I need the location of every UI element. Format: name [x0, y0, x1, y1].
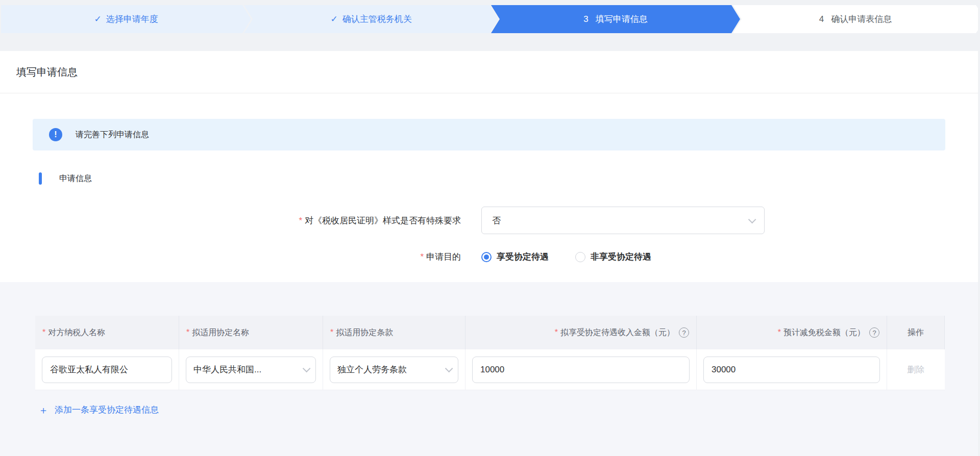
- check-icon: ✓: [330, 14, 337, 24]
- chevron-down-icon: [445, 365, 453, 373]
- help-icon[interactable]: ?: [869, 327, 879, 338]
- col-header-label: 拟适用协定名称: [192, 327, 249, 338]
- col-header-treaty-name: * 拟适用协定名称: [179, 316, 323, 349]
- step-label: 确认申请表信息: [831, 13, 892, 25]
- step-label: 确认主管税务机关: [342, 13, 412, 25]
- wizard-stepper: ✓ 选择申请年度 ✓ 确认主管税务机关 3 填写申请信息 4 确认申请表信息: [0, 0, 980, 33]
- required-asterisk: *: [420, 252, 424, 262]
- section-header: 申请信息: [39, 172, 978, 185]
- step-confirm-tax-authority[interactable]: ✓ 确认主管税务机关: [244, 5, 498, 33]
- required-asterisk: *: [330, 328, 333, 337]
- style-requirement-label-text: 对《税收居民证明》样式是否有特殊要求: [305, 216, 461, 225]
- radio-label: 享受协定待遇: [497, 251, 549, 263]
- required-asterisk: *: [186, 328, 189, 337]
- tax-reduction-input[interactable]: [703, 357, 880, 383]
- page-title: 填写申请信息: [0, 51, 978, 93]
- treaty-name-value: 中华人民共和国...: [193, 364, 261, 375]
- help-icon[interactable]: ?: [679, 327, 689, 338]
- chevron-down-icon: [303, 365, 311, 373]
- purpose-label: *申请目的: [0, 251, 461, 263]
- treaty-section: * 对方纳税人名称 * 拟适用协定名称 * 拟适用协定条款 * 拟享受协定待遇收…: [0, 282, 978, 456]
- col-header-payer-name: * 对方纳税人名称: [35, 316, 179, 349]
- form-row-purpose: *申请目的 享受协定待遇 非享受协定待遇: [0, 251, 978, 263]
- info-banner: ! 请完善下列申请信息: [33, 119, 945, 150]
- income-amount-input[interactable]: [472, 357, 690, 383]
- style-requirement-label: *对《税收居民证明》样式是否有特殊要求: [0, 215, 461, 226]
- step-fill-application-active[interactable]: 3 填写申请信息: [491, 5, 740, 33]
- form-row-style-requirement: *对《税收居民证明》样式是否有特殊要求 否: [0, 207, 978, 234]
- delete-row-button[interactable]: 删除: [908, 364, 925, 375]
- section-accent-bar: [39, 172, 42, 185]
- info-icon: !: [49, 128, 62, 141]
- col-header-label: 拟适用协定条款: [336, 327, 393, 338]
- add-treaty-row-button[interactable]: ＋ 添加一条享受协定待遇信息: [38, 404, 159, 416]
- treaty-table: * 对方纳税人名称 * 拟适用协定名称 * 拟适用协定条款 * 拟享受协定待遇收…: [35, 316, 945, 390]
- step-confirm-form[interactable]: 4 确认申请表信息: [733, 5, 978, 33]
- table-row-cell-income-amount: [465, 349, 697, 390]
- style-requirement-value: 否: [492, 215, 501, 226]
- chevron-down-icon: [748, 215, 756, 223]
- step-select-year[interactable]: ✓ 选择申请年度: [1, 5, 251, 33]
- col-header-label: 预计减免税金额（元）: [783, 327, 865, 338]
- treaty-clause-select[interactable]: 独立个人劳务条款: [330, 357, 458, 383]
- step-label: 填写申请信息: [596, 13, 648, 25]
- radio-label: 非享受协定待遇: [591, 251, 651, 263]
- required-asterisk: *: [555, 328, 558, 337]
- step-number: 4: [819, 14, 824, 24]
- table-row-cell-operation: 删除: [887, 349, 945, 390]
- required-asterisk: *: [299, 216, 302, 225]
- page-title-text: 填写申请信息: [16, 65, 78, 79]
- col-header-operation: 操作: [887, 316, 945, 349]
- col-header-income-amount: * 拟享受协定待遇收入金额（元） ?: [465, 316, 697, 349]
- add-row-label: 添加一条享受协定待遇信息: [55, 404, 159, 416]
- table-row-cell-treaty-name: 中华人民共和国...: [179, 349, 323, 390]
- check-icon: ✓: [94, 14, 101, 24]
- banner-message: 请完善下列申请信息: [76, 130, 149, 140]
- col-header-label: 对方纳税人名称: [48, 327, 105, 338]
- plus-icon: ＋: [38, 405, 48, 415]
- table-row-cell-tax-reduction: [697, 349, 887, 390]
- treaty-clause-value: 独立个人劳务条款: [337, 364, 407, 375]
- col-header-treaty-clause: * 拟适用协定条款: [323, 316, 465, 349]
- radio-enjoy-treaty[interactable]: 享受协定待遇: [481, 251, 549, 263]
- required-asterisk: *: [42, 328, 45, 337]
- purpose-label-text: 申请目的: [426, 252, 461, 262]
- table-row-cell-payer-name: [35, 349, 179, 390]
- payer-name-input[interactable]: [42, 357, 172, 383]
- application-card: 填写申请信息 ! 请完善下列申请信息 申请信息 *对《税收居民证明》样式是否有特…: [0, 51, 978, 282]
- treaty-name-select[interactable]: 中华人民共和国...: [186, 357, 316, 383]
- radio-not-enjoy-treaty[interactable]: 非享受协定待遇: [575, 251, 651, 263]
- required-asterisk: *: [778, 328, 781, 337]
- radio-unselected-icon: [575, 252, 585, 262]
- col-header-label: 拟享受协定待遇收入金额（元）: [560, 327, 675, 338]
- col-header-tax-reduction: * 预计减免税金额（元） ?: [697, 316, 887, 349]
- radio-selected-icon: [481, 252, 492, 262]
- step-number: 3: [583, 14, 588, 24]
- section-title: 申请信息: [59, 173, 92, 184]
- step-label: 选择申请年度: [106, 13, 158, 25]
- table-row-cell-treaty-clause: 独立个人劳务条款: [323, 349, 465, 390]
- style-requirement-select[interactable]: 否: [481, 207, 765, 234]
- col-header-label: 操作: [908, 327, 924, 338]
